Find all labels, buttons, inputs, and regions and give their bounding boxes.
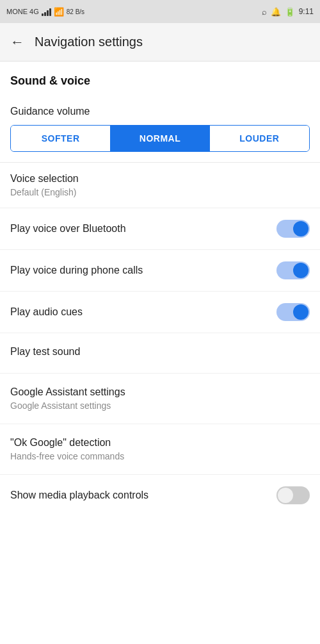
ok-google-label: "Ok Google" detection [10,437,310,449]
toggle-row-calls[interactable]: Play voice during phone calls [0,249,320,291]
signal-bar-2 [44,12,46,16]
toggle-media-playback[interactable] [276,486,310,504]
toggle-row-bluetooth[interactable]: Play voice over Bluetooth [0,208,320,249]
toggle-bluetooth[interactable] [276,220,310,238]
toggle-label-bluetooth: Play voice over Bluetooth [10,223,276,235]
toggle-knob-media-playback [278,488,293,503]
google-assistant-row[interactable]: Google Assistant settings Google Assista… [0,373,320,424]
status-bar-right: ⌕ 🔔 🔋 9:11 [262,7,314,17]
notification-icon: 🔔 [271,7,281,17]
toggle-row-audio-cues[interactable]: Play audio cues [0,291,320,333]
status-bar-left: MONE 4G 📶 82 B/s [6,7,84,17]
toggle-audio-cues[interactable] [276,303,310,321]
navigation-bar: ← Navigation settings [0,23,320,62]
toggle-label-audio-cues: Play audio cues [10,306,276,318]
toggle-knob-calls [293,263,308,278]
softer-button[interactable]: SOFTER [11,126,110,151]
signal-bar-3 [47,10,49,16]
normal-button[interactable]: NORMAL [110,126,209,151]
signal-bar-4 [49,8,51,16]
voice-selection-label: Voice selection [10,173,310,185]
download-speed: 82 B/s [67,8,84,15]
play-test-sound-row[interactable]: Play test sound [0,333,320,373]
toggle-knob-audio-cues [293,304,308,320]
section-title-sound-voice: Sound & voice [0,62,320,98]
status-bar: MONE 4G 📶 82 B/s ⌕ 🔔 🔋 9:11 [0,0,320,23]
time-label: 9:11 [299,7,314,16]
back-button[interactable]: ← [10,34,24,51]
carrier-label: MONE 4G [6,8,39,15]
main-content: Sound & voice Guidance volume SOFTER NOR… [0,62,320,516]
signal-bars [42,7,51,16]
battery-icon: 🔋 [285,7,295,17]
guidance-volume-label: Guidance volume [10,106,310,117]
guidance-volume-group: Guidance volume SOFTER NORMAL LOUDER [0,98,320,162]
page-title: Navigation settings [35,35,143,49]
toggle-knob-bluetooth [293,221,308,236]
google-assistant-label: Google Assistant settings [10,386,310,398]
signal-bar-1 [42,13,44,16]
location-icon: ⌕ [262,7,267,17]
voice-selection-row[interactable]: Voice selection Default (English) [0,163,320,208]
voice-selection-value: Default (English) [10,187,310,197]
toggle-row-media-playback[interactable]: Show media playback controls [0,474,320,516]
play-test-sound-label: Play test sound [10,346,310,358]
volume-selector[interactable]: SOFTER NORMAL LOUDER [10,125,310,152]
ok-google-sub: Hands-free voice commands [10,451,310,461]
google-assistant-sub: Google Assistant settings [10,400,310,411]
louder-button[interactable]: LOUDER [210,126,309,151]
wifi-icon: 📶 [54,7,64,17]
toggle-label-media-playback: Show media playback controls [10,490,276,501]
toggle-label-calls: Play voice during phone calls [10,265,276,276]
toggle-calls[interactable] [276,261,310,279]
ok-google-row[interactable]: "Ok Google" detection Hands-free voice c… [0,424,320,474]
